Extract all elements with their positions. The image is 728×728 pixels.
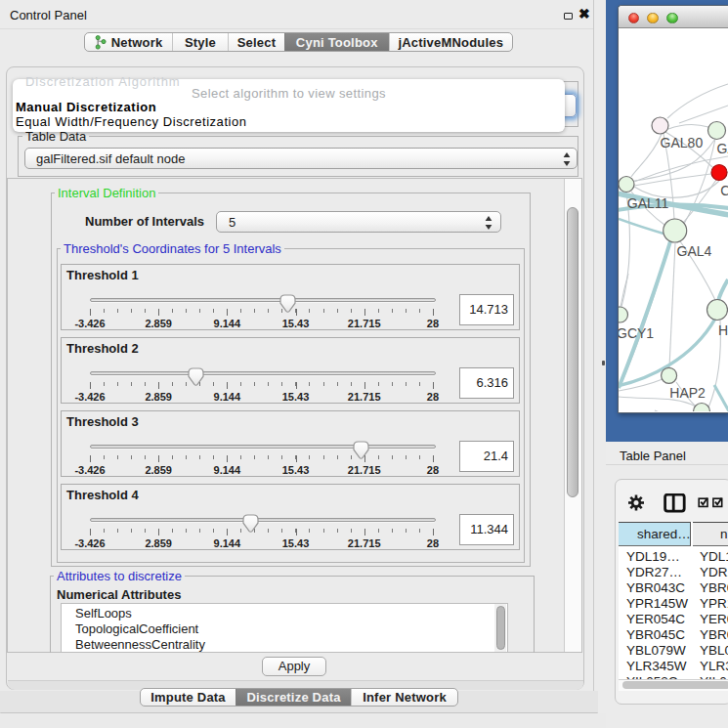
svg-text:HAP2: HAP2 (669, 385, 706, 401)
svg-text:GAL11: GAL11 (627, 195, 669, 211)
svg-text:GCY1: GCY1 (619, 325, 654, 341)
svg-text:GAL80: GAL80 (661, 135, 704, 150)
svg-text:H: H (718, 322, 728, 338)
svg-text:GA: GA (717, 141, 728, 156)
svg-text:GAL4: GAL4 (677, 243, 712, 259)
svg-text:C: C (720, 183, 728, 198)
